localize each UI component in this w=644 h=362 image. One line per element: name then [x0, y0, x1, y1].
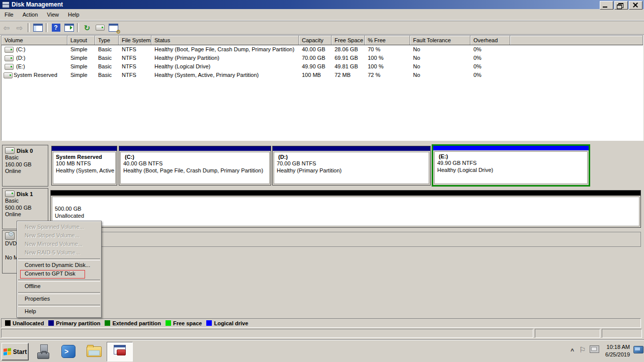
- partition-health: Healthy (Primary Partition): [277, 167, 427, 174]
- windows-logo-icon: [4, 348, 11, 356]
- volume-row-c[interactable]: (C:) Simple Basic NTFS Healthy (Boot, Pa…: [2, 45, 643, 54]
- column-header-overhead[interactable]: Overhead: [470, 36, 510, 45]
- help-icon: ?: [52, 24, 60, 32]
- legend-swatch: [206, 320, 212, 326]
- taskbar: Start > ^ ⚐ 10:18 AM 6/25/2019: [0, 340, 644, 362]
- menu-view[interactable]: View: [42, 10, 63, 19]
- volume-row-e[interactable]: (E:) Simple Basic NTFS Healthy (Logical …: [2, 62, 643, 71]
- unallocated-region[interactable]: 500.00 GB Unallocated: [50, 190, 641, 228]
- disk0-state: Online: [3, 168, 48, 175]
- disk-icon: [5, 147, 15, 154]
- volume-capacity: 100 MB: [299, 71, 332, 79]
- network-tray-icon[interactable]: [590, 345, 599, 353]
- menu-help[interactable]: Help: [63, 10, 84, 19]
- back-button[interactable]: ⇦: [1, 22, 13, 33]
- volume-pct-free: 100 %: [365, 54, 410, 62]
- restore-button[interactable]: [614, 1, 628, 10]
- column-header-pct-free[interactable]: % Free: [365, 36, 410, 45]
- unallocated-label: Unallocated: [55, 213, 637, 220]
- legend-logical-drive: Logical drive: [206, 320, 248, 326]
- partition-c[interactable]: (C:) 40.00 GB NTFS Healthy (Boot, Page F…: [119, 146, 271, 186]
- column-header-type[interactable]: Type: [95, 36, 119, 45]
- forward-arrow-icon: ⇨: [17, 24, 23, 32]
- menu-bar: File Action View Help: [0, 9, 644, 21]
- volume-row-d[interactable]: (D:) Simple Basic NTFS Healthy (Primary …: [2, 54, 643, 62]
- tray-chevron-up-icon[interactable]: ^: [571, 347, 574, 354]
- volume-row-system-reserved[interactable]: System Reserved Simple Basic NTFS Health…: [2, 71, 643, 79]
- volume-capacity: 40.00 GB: [299, 45, 332, 54]
- column-header-file-system[interactable]: File System: [119, 36, 151, 45]
- partition-system-reserved[interactable]: System Reserved 100 MB NTFS Healthy (Sys…: [51, 146, 117, 186]
- menu-item-convert-to-dynamic-disk[interactable]: Convert to Dynamic Disk...: [17, 261, 101, 269]
- file-explorer-icon[interactable]: [86, 344, 102, 359]
- partition-size: 70.00 GB NTFS: [277, 160, 427, 167]
- action-center-flag-icon[interactable]: ⚐: [579, 345, 586, 354]
- menu-item-new-spanned-volume: New Spanned Volume...: [17, 223, 101, 231]
- taskbar-clock[interactable]: 10:18 AM 6/25/2019: [601, 343, 630, 358]
- show-desktop-icon[interactable]: [633, 346, 643, 353]
- volume-fs: NTFS: [119, 45, 151, 54]
- column-header-capacity[interactable]: Capacity: [299, 36, 332, 45]
- column-header-status[interactable]: Status: [151, 36, 299, 45]
- disk-properties-button[interactable]: [94, 22, 106, 33]
- partition-title: (C:): [123, 154, 267, 160]
- menu-file[interactable]: File: [0, 10, 18, 19]
- clock-date: 6/25/2019: [601, 351, 630, 358]
- menu-item-help[interactable]: Help: [17, 307, 101, 316]
- legend-bar: Unallocated Primary partition Extended p…: [1, 318, 641, 328]
- cdrom-icon: [5, 232, 15, 240]
- volume-type: Basic: [95, 62, 119, 71]
- volume-overhead: 0%: [470, 45, 510, 54]
- forward-button[interactable]: ⇨: [14, 22, 26, 33]
- show-action-pane-button[interactable]: [63, 22, 75, 33]
- clock-time: 10:18 AM: [601, 343, 630, 351]
- refresh-icon: ↻: [84, 24, 91, 32]
- powershell-icon[interactable]: >: [61, 344, 77, 359]
- disk0-header[interactable]: Disk 0 Basic 160.00 GB Online: [2, 145, 48, 187]
- minimize-button[interactable]: [600, 1, 613, 10]
- help-button[interactable]: ?: [50, 22, 62, 33]
- menu-item-offline[interactable]: Offline: [17, 282, 101, 291]
- title-bar[interactable]: Disk Management: [0, 0, 644, 9]
- menu-item-properties[interactable]: Properties: [17, 295, 101, 303]
- column-header-volume[interactable]: Volume: [2, 36, 67, 45]
- menu-action[interactable]: Action: [18, 10, 43, 19]
- column-header-fault-tolerance[interactable]: Fault Tolerance: [410, 36, 470, 45]
- start-button[interactable]: Start: [2, 343, 29, 360]
- menu-separator: [17, 291, 101, 295]
- legend-swatch: [105, 320, 110, 326]
- action-pane-icon: [64, 24, 74, 32]
- disk1-kind: Basic: [3, 198, 48, 205]
- volume-overhead: 0%: [470, 54, 510, 62]
- cdrom-region[interactable]: [50, 232, 641, 247]
- refresh-button[interactable]: ↻: [81, 22, 93, 33]
- disk1-name: Disk 1: [17, 191, 33, 197]
- volume-free: 69.91 GB: [332, 54, 365, 62]
- partition-d[interactable]: (D:) 70.00 GB NTFS Healthy (Primary Part…: [272, 146, 431, 186]
- status-bar-panel: [535, 329, 600, 338]
- volume-fault-tolerance: No: [410, 71, 470, 79]
- volume-name: (D:): [16, 54, 25, 62]
- volume-status: Healthy (Logical Drive): [151, 62, 299, 71]
- volume-fault-tolerance: No: [410, 45, 470, 54]
- partition-health: Healthy (System, Active: [56, 167, 113, 174]
- manage-button[interactable]: ⚙: [107, 22, 119, 33]
- server-manager-icon[interactable]: [36, 344, 52, 359]
- partition-e-selected[interactable]: (E:) 49.90 GB NTFS Healthy (Logical Driv…: [432, 144, 590, 187]
- volume-list-header: Volume Layout Type File System Status Ca…: [2, 36, 643, 45]
- logical-drive-strip: [433, 146, 589, 150]
- console-tree-icon: [33, 24, 43, 32]
- disk-management-app-icon: [2, 2, 9, 8]
- column-header-layout[interactable]: Layout: [67, 36, 95, 45]
- volume-overhead: 0%: [470, 62, 510, 71]
- volume-status: Healthy (Primary Partition): [151, 54, 299, 62]
- show-console-tree-button[interactable]: [32, 22, 44, 33]
- disk-management-task-button[interactable]: [107, 342, 133, 361]
- volume-layout: Simple: [67, 71, 95, 79]
- legend-free-space: Free space: [166, 320, 202, 326]
- legend-unallocated: Unallocated: [5, 320, 44, 326]
- column-header-free-space[interactable]: Free Space: [332, 36, 365, 45]
- volume-type: Basic: [95, 54, 119, 62]
- close-button[interactable]: [629, 1, 642, 10]
- partition-health: Healthy (Boot, Page File, Crash Dump, Pr…: [123, 167, 267, 174]
